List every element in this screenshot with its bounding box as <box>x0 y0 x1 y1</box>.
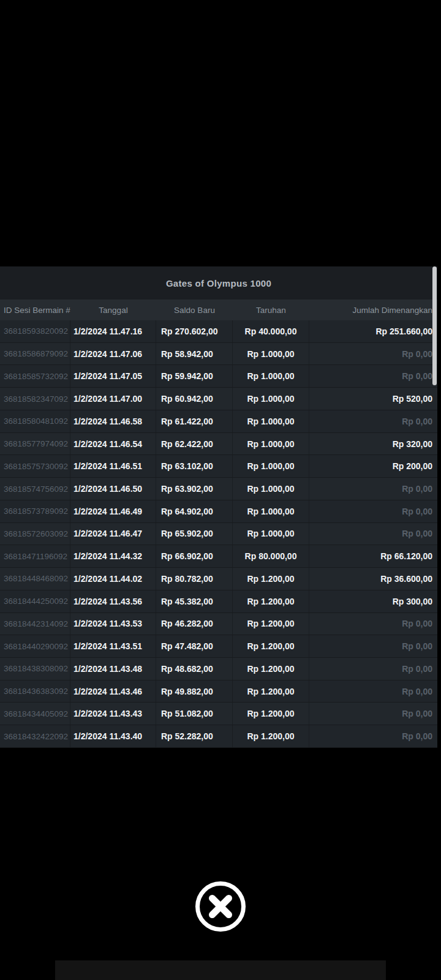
date-cell: 1/2/2024 11.47.00 <box>70 388 156 410</box>
session-id-cell: 36818438308092 <box>0 658 70 680</box>
new-balance-cell: Rp 60.942,00 <box>156 388 233 410</box>
session-id-cell: 36818444250092 <box>0 590 70 612</box>
amount-won-cell: Rp 520,00 <box>309 388 437 410</box>
session-id-cell: 36818572603092 <box>0 523 70 545</box>
amount-won-cell: Rp 320,00 <box>309 433 437 455</box>
amount-won-cell: Rp 0,00 <box>309 478 437 500</box>
amount-won-cell: Rp 0,00 <box>309 523 437 545</box>
amount-won-cell: Rp 0,00 <box>309 410 437 432</box>
session-id-cell: 36818432422092 <box>0 725 70 747</box>
new-balance-cell: Rp 46.282,00 <box>156 613 233 635</box>
bet-cell: Rp 1.200,00 <box>233 658 309 680</box>
date-cell: 1/2/2024 11.43.43 <box>70 703 156 725</box>
amount-won-cell: Rp 0,00 <box>309 500 437 522</box>
column-header-bet: Taruhan <box>233 300 309 320</box>
date-cell: 1/2/2024 11.46.51 <box>70 455 156 477</box>
new-balance-cell: Rp 49.882,00 <box>156 680 233 703</box>
new-balance-cell: Rp 62.422,00 <box>156 433 233 455</box>
session-id-cell: 36818436383092 <box>0 680 70 703</box>
column-header-date: Tanggal <box>70 300 156 320</box>
session-id-cell: 36818442314092 <box>0 613 70 635</box>
new-balance-cell: Rp 59.942,00 <box>156 365 233 387</box>
bet-cell: Rp 1.000,00 <box>233 455 309 477</box>
bet-cell: Rp 1.200,00 <box>233 680 309 703</box>
date-cell: 1/2/2024 11.43.46 <box>70 680 156 703</box>
table-row: 36818585732092 1/2/2024 11.47.05 Rp 59.9… <box>0 365 437 388</box>
new-balance-cell: Rp 52.282,00 <box>156 725 233 747</box>
table-row: 36818448468092 1/2/2024 11.44.02 Rp 80.7… <box>0 568 437 590</box>
new-balance-cell: Rp 80.782,00 <box>156 568 233 590</box>
date-cell: 1/2/2024 11.43.40 <box>70 725 156 747</box>
table-body[interactable]: 36818593820092 1/2/2024 11.47.16 Rp 270.… <box>0 320 437 748</box>
session-id-cell: 36818585732092 <box>0 365 70 387</box>
table-row: 36818438308092 1/2/2024 11.43.48 Rp 48.6… <box>0 658 437 680</box>
amount-won-cell: Rp 0,00 <box>309 703 437 725</box>
table-row: 36818586879092 1/2/2024 11.47.06 Rp 58.9… <box>0 343 437 366</box>
bet-cell: Rp 1.000,00 <box>233 523 309 545</box>
new-balance-cell: Rp 66.902,00 <box>156 545 233 567</box>
bet-cell: Rp 1.000,00 <box>233 500 309 522</box>
amount-won-cell: Rp 300,00 <box>309 590 437 612</box>
session-id-cell: 36818575730092 <box>0 455 70 477</box>
bet-cell: Rp 1.000,00 <box>233 410 309 432</box>
session-id-cell: 36818586879092 <box>0 343 70 365</box>
new-balance-cell: Rp 48.682,00 <box>156 658 233 680</box>
date-cell: 1/2/2024 11.47.16 <box>70 320 156 342</box>
amount-won-cell: Rp 36.600,00 <box>309 568 437 590</box>
bet-cell: Rp 1.000,00 <box>233 388 309 410</box>
new-balance-cell: Rp 51.082,00 <box>156 703 233 725</box>
session-id-cell: 36818593820092 <box>0 320 70 342</box>
date-cell: 1/2/2024 11.46.49 <box>70 500 156 522</box>
amount-won-cell: Rp 0,00 <box>309 343 437 365</box>
date-cell: 1/2/2024 11.43.53 <box>70 613 156 635</box>
bet-cell: Rp 1.000,00 <box>233 365 309 387</box>
game-history-modal: Gates of Olympus 1000 ID Sesi Bermain # … <box>0 266 437 748</box>
session-id-cell: 36818582347092 <box>0 388 70 410</box>
new-balance-cell: Rp 45.382,00 <box>156 590 233 612</box>
amount-won-cell: Rp 0,00 <box>309 613 437 635</box>
date-cell: 1/2/2024 11.46.50 <box>70 478 156 500</box>
table-header: ID Sesi Bermain # Tanggal Saldo Baru Tar… <box>0 300 437 320</box>
new-balance-cell: Rp 63.102,00 <box>156 455 233 477</box>
system-navigation-bar[interactable] <box>55 960 386 980</box>
amount-won-cell: Rp 0,00 <box>309 680 437 703</box>
session-id-cell: 36818574756092 <box>0 478 70 500</box>
new-balance-cell: Rp 65.902,00 <box>156 523 233 545</box>
close-circle-icon <box>195 881 246 932</box>
amount-won-cell: Rp 66.120,00 <box>309 545 437 567</box>
column-header-session-id: ID Sesi Bermain # <box>0 300 70 320</box>
column-header-amount-won: Jumlah Dimenangkan <box>309 300 437 320</box>
date-cell: 1/2/2024 11.47.05 <box>70 365 156 387</box>
bet-cell: Rp 80.000,00 <box>233 545 309 567</box>
table-row: 36818577974092 1/2/2024 11.46.54 Rp 62.4… <box>0 433 437 456</box>
close-button[interactable] <box>195 881 246 932</box>
table-row: 36818471196092 1/2/2024 11.44.32 Rp 66.9… <box>0 545 437 568</box>
new-balance-cell: Rp 63.902,00 <box>156 478 233 500</box>
table-row: 36818436383092 1/2/2024 11.43.46 Rp 49.8… <box>0 680 437 703</box>
table-row: 36818580481092 1/2/2024 11.46.58 Rp 61.4… <box>0 410 437 433</box>
bet-cell: Rp 1.200,00 <box>233 703 309 725</box>
bet-cell: Rp 1.000,00 <box>233 478 309 500</box>
amount-won-cell: Rp 0,00 <box>309 725 437 747</box>
date-cell: 1/2/2024 11.46.54 <box>70 433 156 455</box>
amount-won-cell: Rp 200,00 <box>309 455 437 477</box>
session-id-cell: 36818448468092 <box>0 568 70 590</box>
table-row: 36818440290092 1/2/2024 11.43.51 Rp 47.4… <box>0 635 437 658</box>
session-id-cell: 36818471196092 <box>0 545 70 567</box>
scrollbar-thumb[interactable] <box>432 266 437 385</box>
table-row: 36818593820092 1/2/2024 11.47.16 Rp 270.… <box>0 320 437 343</box>
amount-won-cell: Rp 251.660,00 <box>309 320 437 342</box>
new-balance-cell: Rp 64.902,00 <box>156 500 233 522</box>
date-cell: 1/2/2024 11.46.58 <box>70 410 156 432</box>
table-row: 36818575730092 1/2/2024 11.46.51 Rp 63.1… <box>0 455 437 478</box>
bet-cell: Rp 1.200,00 <box>233 590 309 612</box>
table-row: 36818572603092 1/2/2024 11.46.47 Rp 65.9… <box>0 523 437 546</box>
game-title: Gates of Olympus 1000 <box>166 278 271 288</box>
new-balance-cell: Rp 61.422,00 <box>156 410 233 432</box>
date-cell: 1/2/2024 11.44.02 <box>70 568 156 590</box>
new-balance-cell: Rp 47.482,00 <box>156 635 233 657</box>
table-row: 36818574756092 1/2/2024 11.46.50 Rp 63.9… <box>0 478 437 500</box>
amount-won-cell: Rp 0,00 <box>309 658 437 680</box>
modal-title-bar: Gates of Olympus 1000 <box>0 266 437 300</box>
table-row: 36818434405092 1/2/2024 11.43.43 Rp 51.0… <box>0 703 437 725</box>
